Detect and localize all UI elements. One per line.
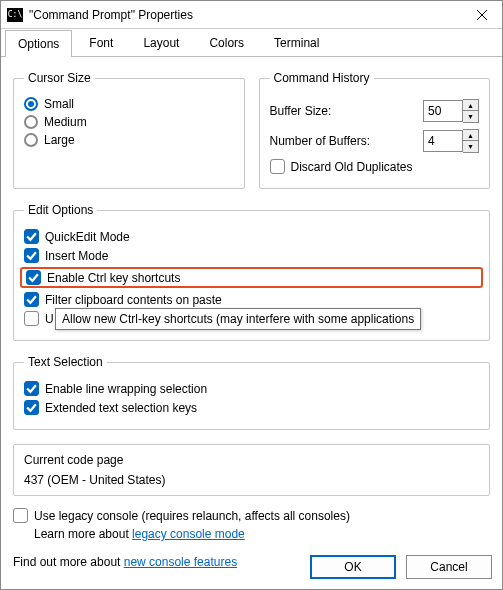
check-line-wrapping[interactable] <box>24 381 39 396</box>
quickedit-label: QuickEdit Mode <box>45 230 130 244</box>
cursor-size-group: Cursor Size Small Medium Large <box>13 71 245 189</box>
tab-font[interactable]: Font <box>76 29 126 56</box>
titlebar: C:\ "Command Prompt" Properties <box>1 1 502 29</box>
legacy-console-link[interactable]: legacy console mode <box>132 527 245 541</box>
new-features-link[interactable]: new console features <box>124 555 237 569</box>
cursor-size-legend: Cursor Size <box>24 71 95 85</box>
discard-label: Discard Old Duplicates <box>291 160 413 174</box>
num-buffers-spinner[interactable]: ▲▼ <box>463 129 479 153</box>
check-discard-duplicates[interactable] <box>270 159 285 174</box>
line-wrapping-label: Enable line wrapping selection <box>45 382 207 396</box>
check-filter-clipboard[interactable] <box>24 292 39 307</box>
tab-terminal[interactable]: Terminal <box>261 29 332 56</box>
tab-layout[interactable]: Layout <box>130 29 192 56</box>
check-ctrl-shortcuts[interactable] <box>26 270 41 285</box>
tooltip: Allow new Ctrl-key shortcuts (may interf… <box>55 308 421 330</box>
check-extended-selection[interactable] <box>24 400 39 415</box>
find-out-text: Find out more about <box>13 555 124 569</box>
codepage-value: 437 (OEM - United States) <box>24 473 479 487</box>
window-title: "Command Prompt" Properties <box>29 8 462 22</box>
codepage-group: Current code page 437 (OEM - United Stat… <box>13 444 490 496</box>
highlighted-option: Enable Ctrl key shortcuts <box>20 267 483 288</box>
check-insert[interactable] <box>24 248 39 263</box>
radio-medium-label: Medium <box>44 115 87 129</box>
tab-colors[interactable]: Colors <box>196 29 257 56</box>
filter-clipboard-label: Filter clipboard contents on paste <box>45 293 222 307</box>
hidden-option-label: U <box>45 312 54 326</box>
buffer-size-spinner[interactable]: ▲▼ <box>463 99 479 123</box>
radio-large-label: Large <box>44 133 75 147</box>
cancel-button[interactable]: Cancel <box>406 555 492 579</box>
radio-small-label: Small <box>44 97 74 111</box>
num-buffers-input[interactable] <box>423 130 463 152</box>
ctrl-shortcuts-label: Enable Ctrl key shortcuts <box>47 271 180 285</box>
insert-label: Insert Mode <box>45 249 108 263</box>
cmd-icon: C:\ <box>7 8 23 22</box>
check-quickedit[interactable] <box>24 229 39 244</box>
text-selection-group: Text Selection Enable line wrapping sele… <box>13 355 490 430</box>
codepage-legend: Current code page <box>24 453 479 467</box>
radio-small[interactable] <box>24 97 38 111</box>
history-legend: Command History <box>270 71 374 85</box>
close-button[interactable] <box>462 1 502 29</box>
radio-medium[interactable] <box>24 115 38 129</box>
num-buffers-label: Number of Buffers: <box>270 134 371 148</box>
tab-strip: Options Font Layout Colors Terminal <box>1 29 502 57</box>
close-icon <box>477 10 487 20</box>
command-history-group: Command History Buffer Size: ▲▼ Number o… <box>259 71 491 189</box>
legacy-label: Use legacy console (requires relaunch, a… <box>34 509 350 523</box>
check-hidden-option[interactable] <box>24 311 39 326</box>
textsel-legend: Text Selection <box>24 355 107 369</box>
check-legacy-console[interactable] <box>13 508 28 523</box>
radio-large[interactable] <box>24 133 38 147</box>
ok-button[interactable]: OK <box>310 555 396 579</box>
dialog-buttons: OK Cancel <box>310 555 492 579</box>
edit-legend: Edit Options <box>24 203 97 217</box>
learn-more-text: Learn more about <box>34 527 132 541</box>
buffer-size-label: Buffer Size: <box>270 104 332 118</box>
tab-options[interactable]: Options <box>5 30 72 57</box>
buffer-size-input[interactable] <box>423 100 463 122</box>
extended-selection-label: Extended text selection keys <box>45 401 197 415</box>
